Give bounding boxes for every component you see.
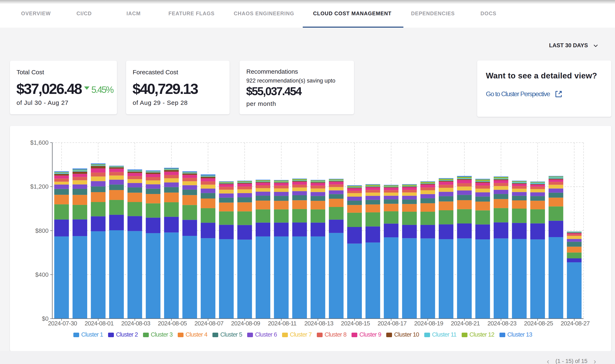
svg-text:2024-08-17: 2024-08-17 bbox=[377, 320, 406, 327]
svg-text:$800: $800 bbox=[35, 227, 49, 234]
svg-text:2024-07-30: 2024-07-30 bbox=[48, 320, 77, 327]
svg-text:$1,600: $1,600 bbox=[30, 139, 49, 146]
svg-text:2024-08-01: 2024-08-01 bbox=[84, 320, 113, 327]
svg-text:$400: $400 bbox=[35, 271, 49, 278]
svg-text:2024-08-15: 2024-08-15 bbox=[341, 320, 370, 327]
svg-text:2024-08-13: 2024-08-13 bbox=[304, 320, 333, 327]
svg-text:$0: $0 bbox=[42, 315, 49, 322]
svg-text:2024-08-03: 2024-08-03 bbox=[121, 320, 150, 327]
svg-text:2024-08-09: 2024-08-09 bbox=[231, 320, 260, 327]
svg-text:2024-08-23: 2024-08-23 bbox=[488, 320, 517, 327]
svg-text:2024-08-07: 2024-08-07 bbox=[195, 320, 224, 327]
svg-text:2024-08-27: 2024-08-27 bbox=[561, 320, 590, 327]
svg-text:2024-08-21: 2024-08-21 bbox=[451, 320, 480, 327]
svg-text:2024-08-05: 2024-08-05 bbox=[158, 320, 187, 327]
svg-text:2024-08-19: 2024-08-19 bbox=[414, 320, 443, 327]
svg-text:$1,200: $1,200 bbox=[30, 183, 49, 190]
svg-text:2024-08-11: 2024-08-11 bbox=[268, 320, 296, 327]
svg-text:2024-08-25: 2024-08-25 bbox=[524, 320, 553, 327]
